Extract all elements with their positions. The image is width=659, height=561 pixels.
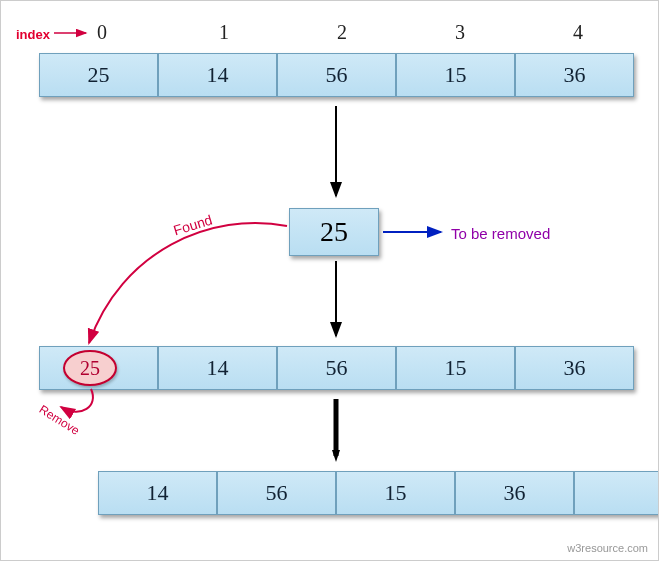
array-found: 25 14 56 15 36 xyxy=(39,346,634,390)
remove-label: Remove xyxy=(37,402,82,438)
array-cell: 15 xyxy=(336,471,455,515)
index-4: 4 xyxy=(573,21,583,44)
array-cell: 15 xyxy=(396,346,515,390)
array-cell: 56 xyxy=(217,471,336,515)
highlight-oval: 25 xyxy=(63,350,117,386)
index-1: 1 xyxy=(219,21,229,44)
arrow-remove xyxy=(61,389,93,412)
index-2: 2 xyxy=(337,21,347,44)
array-initial: 25 14 56 15 36 xyxy=(39,53,634,97)
to-be-removed-label: To be removed xyxy=(451,225,550,242)
index-0: 0 xyxy=(97,21,107,44)
array-cell: 15 xyxy=(396,53,515,97)
array-cell: 36 xyxy=(455,471,574,515)
target-value-box: 25 xyxy=(289,208,379,256)
index-label: index xyxy=(16,27,50,42)
watermark: w3resource.com xyxy=(567,542,648,554)
array-cell: 14 xyxy=(158,53,277,97)
array-cell: 25 xyxy=(39,53,158,97)
array-cell: 56 xyxy=(277,53,396,97)
array-result: 14 56 15 36 xyxy=(98,471,659,515)
array-cell: 14 xyxy=(98,471,217,515)
arrow-found xyxy=(89,223,287,343)
index-3: 3 xyxy=(455,21,465,44)
array-cell: 36 xyxy=(515,346,634,390)
array-cell: 14 xyxy=(158,346,277,390)
found-label: Found xyxy=(172,212,215,239)
array-cell: 56 xyxy=(277,346,396,390)
array-cell: 36 xyxy=(515,53,634,97)
array-cell xyxy=(574,471,659,515)
